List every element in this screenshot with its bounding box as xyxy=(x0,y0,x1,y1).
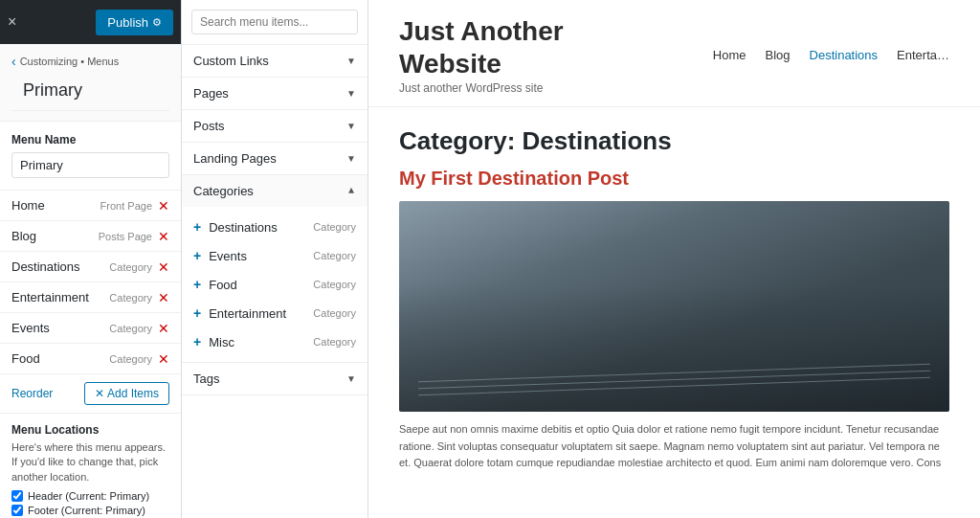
category-item[interactable]: + Destinations Category xyxy=(182,213,368,241)
category-type: Category xyxy=(313,279,356,290)
accordion-header[interactable]: Custom Links▼ xyxy=(182,45,368,77)
back-navigation: ‹ Customizing • Menus Primary xyxy=(0,44,181,122)
accordion-label: Tags xyxy=(193,372,219,386)
accordion-sections: Custom Links▼Pages▼Posts▼Landing Pages▼C… xyxy=(182,45,368,395)
add-icon: + xyxy=(193,334,201,349)
nav-link-home[interactable]: Home xyxy=(713,48,746,62)
site-body-text: Saepe aut non omnis maxime debitis et op… xyxy=(399,421,949,472)
chevron-icon: ▼ xyxy=(346,121,356,131)
menu-name-input[interactable] xyxy=(11,152,169,178)
site-content: Category: Destinations My First Destinat… xyxy=(368,107,980,491)
menu-item-delete-icon[interactable]: ✕ xyxy=(158,291,169,304)
chevron-icon: ▼ xyxy=(346,88,356,99)
category-type: Category xyxy=(313,336,356,348)
header-checkbox[interactable] xyxy=(11,490,23,502)
menu-item-type: Category xyxy=(109,261,152,273)
add-icon: + xyxy=(193,248,201,263)
accordion-section-pages: Pages▼ xyxy=(182,78,368,110)
accordion-section-custom-links: Custom Links▼ xyxy=(182,45,368,78)
menu-item-label: Entertainment xyxy=(11,290,89,304)
search-row xyxy=(182,0,368,45)
menu-item-delete-icon[interactable]: ✕ xyxy=(158,260,169,274)
menu-item-right: Category ✕ xyxy=(109,260,169,274)
nav-link-enterta[interactable]: Enterta… xyxy=(897,48,949,62)
accordion-header[interactable]: Posts▼ xyxy=(182,110,368,142)
category-label: Events xyxy=(209,249,305,263)
site-preview-panel: Just Another Website Just another WordPr… xyxy=(368,0,980,518)
add-items-button[interactable]: ✕ Add Items xyxy=(84,382,169,405)
search-input[interactable] xyxy=(191,10,358,34)
category-label: Entertainment xyxy=(209,306,305,321)
menu-name-label: Menu Name xyxy=(11,133,169,146)
menu-item-label: Destinations xyxy=(11,259,80,274)
bridge-decoration xyxy=(418,372,930,393)
footer-checkbox[interactable] xyxy=(11,505,23,516)
accordion-label: Categories xyxy=(193,184,254,198)
chevron-icon: ▼ xyxy=(346,153,356,164)
menu-item-type: Category xyxy=(109,323,152,334)
category-label: Misc xyxy=(209,335,305,349)
accordion-section-posts: Posts▼ xyxy=(182,110,368,143)
menu-locations-section: Menu Locations Here's where this menu ap… xyxy=(0,414,181,518)
accordion-section-categories: Categories▼ + Destinations Category + Ev… xyxy=(182,175,368,363)
menu-item-label: Events xyxy=(11,321,50,335)
breadcrumb: ‹ Customizing • Menus xyxy=(11,54,169,69)
menu-item-right: Category ✕ xyxy=(109,352,169,366)
category-label: Food xyxy=(209,278,305,292)
menu-locations-heading: Menu Locations xyxy=(11,423,169,437)
menu-item-delete-icon[interactable]: ✕ xyxy=(158,322,169,335)
chevron-icon: ▼ xyxy=(346,373,356,384)
accordion-header[interactable]: Categories▼ xyxy=(182,175,368,207)
accordion-label: Pages xyxy=(193,86,229,101)
close-button[interactable]: × xyxy=(8,13,16,31)
accordion-section-landing-pages: Landing Pages▼ xyxy=(182,143,368,175)
accordion-section-tags: Tags▼ xyxy=(182,363,368,395)
site-header: Just Another Website Just another WordPr… xyxy=(368,0,980,107)
nav-link-destinations[interactable]: Destinations xyxy=(810,48,879,62)
site-navigation: HomeBlogDestinationsEnterta… xyxy=(713,48,949,62)
menu-item-label: Blog xyxy=(11,229,36,243)
site-tagline: Just another WordPress site xyxy=(399,81,564,95)
header-location-checkbox: Header (Current: Primary) xyxy=(11,490,169,502)
menu-item-right: Posts Page ✕ xyxy=(99,230,169,243)
menu-item: Entertainment Category ✕ xyxy=(0,282,181,313)
category-type: Category xyxy=(313,250,356,261)
category-item[interactable]: + Food Category xyxy=(182,270,368,299)
footer-location-checkbox: Footer (Current: Primary) xyxy=(11,505,169,516)
menu-item-type: Category xyxy=(109,292,152,304)
category-type: Category xyxy=(313,221,356,233)
accordion-header[interactable]: Tags▼ xyxy=(182,363,368,394)
category-type: Category xyxy=(313,307,356,319)
accordion-body: + Destinations Category + Events Categor… xyxy=(182,207,368,362)
site-title: Just Another Website xyxy=(399,15,564,79)
back-arrow-icon[interactable]: ‹ xyxy=(11,54,16,69)
accordion-label: Custom Links xyxy=(193,54,269,68)
hero-image xyxy=(399,201,949,412)
menu-item-right: Category ✕ xyxy=(109,291,169,304)
category-item[interactable]: + Events Category xyxy=(182,241,368,270)
add-icon: + xyxy=(193,305,201,321)
menu-item: Blog Posts Page ✕ xyxy=(0,221,181,252)
accordion-header[interactable]: Landing Pages▼ xyxy=(182,143,368,174)
accordion-header[interactable]: Pages▼ xyxy=(182,78,368,109)
post-title[interactable]: My First Destination Post xyxy=(399,168,949,190)
publish-button[interactable]: Publish ⚙ xyxy=(96,10,173,35)
site-preview: Just Another Website Just another WordPr… xyxy=(368,0,980,518)
add-menu-items-panel: Custom Links▼Pages▼Posts▼Landing Pages▼C… xyxy=(182,0,368,518)
menu-item-delete-icon[interactable]: ✕ xyxy=(158,230,169,243)
menu-item-right: Category ✕ xyxy=(109,322,169,335)
menu-item-type: Posts Page xyxy=(99,231,152,242)
menu-locations-description: Here's where this menu appears. If you'd… xyxy=(11,440,169,484)
menu-item-delete-icon[interactable]: ✕ xyxy=(158,352,169,366)
reorder-link[interactable]: Reorder xyxy=(11,387,53,400)
add-icon: + xyxy=(193,277,201,292)
menu-item-delete-icon[interactable]: ✕ xyxy=(158,199,169,213)
left-customizer-panel: × Publish ⚙ ‹ Customizing • Menus Primar… xyxy=(0,0,182,518)
site-branding: Just Another Website Just another WordPr… xyxy=(399,15,564,95)
gear-icon: ⚙ xyxy=(152,16,162,29)
category-item[interactable]: + Misc Category xyxy=(182,327,368,356)
nav-link-blog[interactable]: Blog xyxy=(766,48,791,62)
menu-item-label: Home xyxy=(11,198,45,213)
category-item[interactable]: + Entertainment Category xyxy=(182,299,368,327)
menu-item-label: Food xyxy=(11,351,40,366)
